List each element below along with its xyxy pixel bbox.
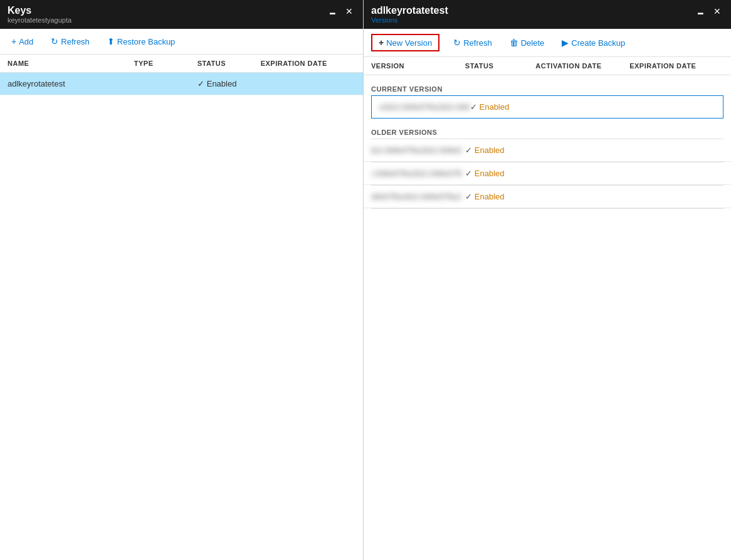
older-version-id-2: c3d4e5f6a1b2c3d4e5f6 — [371, 169, 465, 178]
divider-4 — [371, 208, 723, 209]
right-table-header: VERSION STATUS ACTIVATION DATE EXPIRATIO… — [364, 57, 731, 75]
new-version-label: New Version — [386, 38, 432, 48]
status-enabled: ✓ Enabled — [197, 79, 237, 88]
older-version-blurred-2: c3d4e5f6a1b2c3d4e5f6 — [371, 169, 462, 178]
right-table-body: CURRENT VERSION a1b2c3d4e5f6a1b2c3d4 ✓ E… — [364, 75, 731, 560]
right-minimize-button[interactable]: 🗕 — [693, 5, 707, 18]
older-check-icon-2: ✓ — [465, 169, 472, 178]
new-version-icon: + — [379, 38, 384, 48]
left-panel-title: Keys — [8, 5, 71, 16]
older-version-id-3: d4e5f6a1b2c3d4e5f6a1 — [371, 192, 465, 201]
current-version-blurred: a1b2c3d4e5f6a1b2c3d4 — [379, 103, 470, 112]
table-row[interactable]: adlkeyrotatetest ✓ Enabled — [0, 73, 363, 95]
left-table-header: NAME TYPE STATUS EXPIRATION DATE — [0, 55, 363, 73]
older-version-row-3[interactable]: d4e5f6a1b2c3d4e5f6a1 ✓ Enabled — [364, 186, 731, 208]
older-version-blurred-3: d4e5f6a1b2c3d4e5f6a1 — [371, 193, 462, 201]
right-refresh-icon: ↻ — [453, 38, 461, 48]
older-status-2: Enabled — [475, 169, 505, 178]
older-status-3: Enabled — [475, 192, 505, 201]
key-type — [134, 79, 197, 88]
current-version-id: a1b2c3d4e5f6a1b2c3d4 — [379, 102, 470, 112]
left-minimize-button[interactable]: 🗕 — [325, 5, 339, 18]
right-panel-subtitle: Versions — [371, 16, 448, 24]
older-activation-3 — [535, 192, 629, 201]
current-status-text: Enabled — [480, 102, 510, 112]
delete-button[interactable]: 🗑 Delete — [506, 35, 549, 50]
older-version-blurred-1: b2c3d4e5f6a1b2c3d4e5 — [371, 146, 462, 155]
left-panel-subtitle: keyrotatetestyagupta — [8, 16, 71, 24]
status-label: Enabled — [207, 79, 237, 88]
left-toolbar: + Add ↻ Refresh ⬆ Restore Backup — [0, 29, 363, 55]
right-refresh-button[interactable]: ↻ Refresh — [450, 35, 496, 50]
left-header: Keys keyrotatetestyagupta 🗕 ✕ — [0, 0, 363, 29]
older-versions-label: OLDER VERSIONS — [364, 124, 731, 139]
restore-backup-icon: ⬆ — [107, 36, 115, 46]
older-check-icon-3: ✓ — [465, 192, 472, 201]
older-badge-1: ✓ Enabled — [465, 145, 505, 155]
add-button[interactable]: + Add — [8, 34, 37, 49]
create-backup-button[interactable]: ▶ Create Backup — [558, 35, 629, 50]
restore-backup-button[interactable]: ⬆ Restore Backup — [103, 34, 179, 49]
left-col-type: TYPE — [134, 60, 197, 67]
older-check-icon-1: ✓ — [465, 145, 472, 155]
older-expiration-3 — [629, 192, 723, 201]
older-version-row-1[interactable]: b2c3d4e5f6a1b2c3d4e5 ✓ Enabled — [364, 139, 731, 162]
older-badge-2: ✓ Enabled — [465, 169, 505, 178]
left-refresh-icon: ↻ — [51, 36, 58, 46]
current-version-grid: a1b2c3d4e5f6a1b2c3d4 ✓ Enabled — [372, 96, 723, 118]
right-col-version: VERSION — [371, 62, 465, 70]
left-header-info: Keys keyrotatetestyagupta — [8, 5, 71, 24]
current-check-icon: ✓ — [470, 102, 477, 112]
current-version-badge: ✓ Enabled — [470, 102, 510, 112]
older-version-row-2[interactable]: c3d4e5f6a1b2c3d4e5f6 ✓ Enabled — [364, 162, 731, 185]
left-col-name: NAME — [8, 60, 134, 67]
current-version-label: CURRENT VERSION — [364, 80, 731, 95]
right-toolbar: + New Version ↻ Refresh 🗑 Delete ▶ Creat… — [364, 29, 731, 57]
left-table-body: adlkeyrotatetest ✓ Enabled — [0, 73, 363, 560]
restore-backup-label: Restore Backup — [117, 37, 176, 46]
older-versions-section: OLDER VERSIONS b2c3d4e5f6a1b2c3d4e5 ✓ En… — [364, 124, 731, 209]
delete-icon: 🗑 — [510, 38, 518, 48]
left-refresh-button[interactable]: ↻ Refresh — [47, 34, 93, 49]
older-activation-2 — [535, 169, 629, 178]
status-checkmark: ✓ — [197, 79, 204, 88]
key-status: ✓ Enabled — [197, 79, 261, 88]
right-refresh-label: Refresh — [463, 38, 492, 48]
left-col-status: STATUS — [197, 60, 261, 67]
left-panel: Keys keyrotatetestyagupta 🗕 ✕ + Add ↻ Re… — [0, 0, 364, 560]
right-col-expiration: EXPIRATION DATE — [629, 62, 723, 70]
older-version-status-3: ✓ Enabled — [465, 192, 535, 201]
older-version-id-1: b2c3d4e5f6a1b2c3d4e5 — [371, 145, 465, 155]
current-version-status: ✓ Enabled — [470, 102, 537, 112]
add-label: Add — [19, 37, 33, 46]
right-header-info: adlkeyrotatetest Versions — [371, 5, 448, 24]
older-expiration-2 — [629, 169, 723, 178]
older-version-status-2: ✓ Enabled — [465, 169, 535, 178]
older-version-status-1: ✓ Enabled — [465, 145, 535, 155]
older-expiration-1 — [629, 145, 723, 155]
older-activation-1 — [535, 145, 629, 155]
add-icon: + — [11, 36, 16, 46]
current-activation-date — [537, 102, 626, 112]
key-name: adlkeyrotatetest — [8, 79, 134, 88]
delete-label: Delete — [521, 38, 545, 48]
new-version-button[interactable]: + New Version — [371, 34, 439, 51]
key-expiration — [261, 79, 355, 88]
create-backup-label: Create Backup — [571, 38, 625, 48]
current-expiration-date — [626, 102, 715, 112]
left-col-expiration: EXPIRATION DATE — [261, 60, 355, 67]
current-version-row[interactable]: a1b2c3d4e5f6a1b2c3d4 ✓ Enabled — [371, 95, 723, 119]
right-window-controls: 🗕 ✕ — [693, 5, 723, 18]
left-window-controls: 🗕 ✕ — [325, 5, 355, 18]
right-col-activation: ACTIVATION DATE — [535, 62, 629, 70]
older-badge-3: ✓ Enabled — [465, 192, 505, 201]
right-panel: adlkeyrotatetest Versions 🗕 ✕ + New Vers… — [364, 0, 731, 560]
left-close-button[interactable]: ✕ — [343, 5, 355, 18]
older-status-1: Enabled — [475, 145, 505, 155]
create-backup-icon: ▶ — [562, 38, 569, 48]
right-close-button[interactable]: ✕ — [711, 5, 723, 18]
right-header: adlkeyrotatetest Versions 🗕 ✕ — [364, 0, 731, 29]
right-col-status: STATUS — [465, 62, 535, 70]
left-refresh-label: Refresh — [61, 37, 90, 46]
right-panel-title: adlkeyrotatetest — [371, 5, 448, 16]
